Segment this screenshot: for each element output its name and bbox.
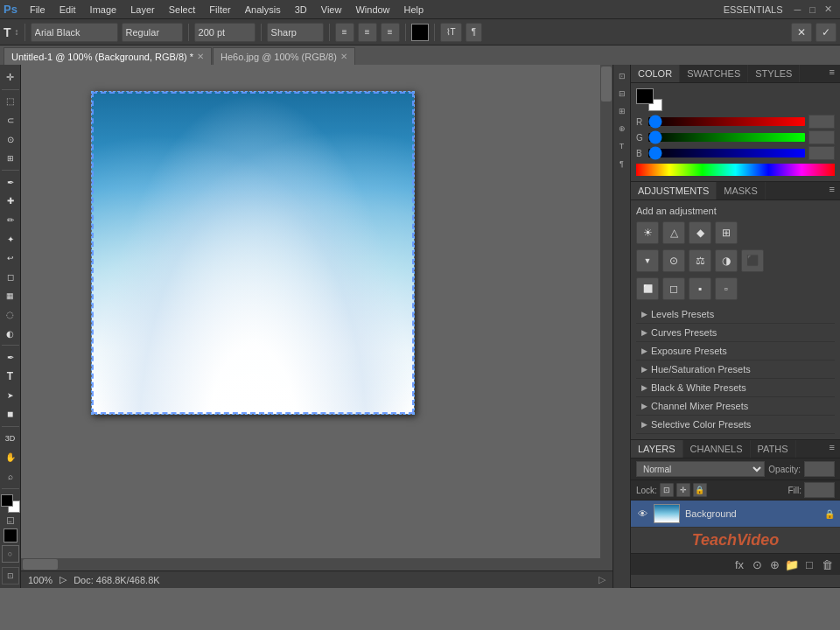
right-mini-btn-1[interactable]: ⊡	[614, 68, 630, 84]
align-center-btn[interactable]: ≡	[358, 23, 377, 42]
exposure-btn[interactable]: ⊞	[715, 221, 738, 244]
posterize-btn[interactable]: ▪	[689, 277, 711, 300]
menu-view[interactable]: View	[314, 0, 349, 19]
dodge-btn[interactable]: ◐	[1, 325, 20, 343]
zoom-btn[interactable]: ⌕	[1, 467, 20, 486]
add-mask-btn[interactable]: ⊙	[749, 556, 765, 572]
tab-adjustments[interactable]: ADJUSTMENTS	[631, 182, 717, 200]
menu-select[interactable]: Select	[162, 0, 203, 19]
preset-channel[interactable]: ▶ Channel Mixer Presets	[636, 397, 835, 416]
preset-huesat[interactable]: ▶ Hue/Saturation Presets	[636, 360, 835, 379]
g-slider[interactable]	[648, 133, 805, 142]
b-value[interactable]: 0	[808, 146, 835, 160]
new-group-btn[interactable]: 📁	[784, 556, 800, 572]
layers-panel-menu[interactable]: ≡	[824, 440, 840, 458]
tab-untitled[interactable]: Untitled-1 @ 100% (Background, RGB/8) * …	[4, 47, 212, 65]
menu-edit[interactable]: Edit	[52, 0, 83, 19]
warp-text-btn[interactable]: ⌇T	[440, 23, 462, 42]
layer-visibility-eye[interactable]: 👁	[636, 508, 648, 520]
workspace-selector[interactable]: ESSENTIALS	[717, 4, 790, 15]
channel-mixer-btn[interactable]: ⬜	[636, 277, 659, 300]
anti-alias-select[interactable]: Sharp	[267, 23, 324, 42]
confirm-type-btn[interactable]: ✓	[816, 23, 836, 42]
levels-btn[interactable]: △	[662, 221, 685, 244]
align-left-btn[interactable]: ≡	[335, 23, 354, 42]
window-minimize[interactable]: ─	[790, 4, 806, 15]
tab-masks[interactable]: MASKS	[717, 182, 766, 200]
menu-filter[interactable]: Filter	[202, 0, 237, 19]
canvas-image[interactable]	[91, 91, 415, 415]
font-size-select[interactable]: 200 pt	[194, 23, 256, 42]
type-orient-btn[interactable]: ↕	[15, 27, 19, 37]
right-mini-btn-6[interactable]: ¶	[614, 156, 630, 172]
tab-he6o[interactable]: He6o.jpg @ 100% (RGB/8) ✕	[213, 47, 355, 65]
fg-swatch-large[interactable]	[636, 88, 654, 104]
window-restore[interactable]: □	[805, 4, 820, 15]
tab-channels[interactable]: CHANNELS	[683, 440, 751, 458]
menu-3d[interactable]: 3D	[288, 0, 314, 19]
path-selection-btn[interactable]: ➤	[1, 387, 20, 405]
quick-mask-btn[interactable]: ○	[2, 545, 19, 563]
tab-styles[interactable]: STYLES	[748, 65, 800, 82]
align-right-btn[interactable]: ≡	[381, 23, 400, 42]
photo-filter-btn[interactable]: ⬛	[741, 249, 764, 272]
move-tool-btn[interactable]: ✛	[1, 68, 20, 87]
gradient-btn[interactable]: ▦	[1, 287, 20, 305]
right-mini-btn-2[interactable]: ⊟	[614, 86, 630, 102]
tab-untitled-close[interactable]: ✕	[197, 52, 204, 61]
new-layer-btn[interactable]: □	[802, 556, 817, 572]
font-family-select[interactable]: Arial Black	[31, 23, 118, 42]
text-color-swatch[interactable]	[411, 24, 429, 41]
tab-color[interactable]: COLOR	[631, 65, 680, 82]
g-value[interactable]: 0	[808, 130, 835, 144]
preset-exposure[interactable]: ▶ Exposure Presets	[636, 342, 835, 360]
quick-selection-btn[interactable]: ⊙	[1, 130, 20, 149]
opacity-value[interactable]: 100%	[804, 461, 835, 477]
tab-swatches[interactable]: SWATCHES	[680, 65, 748, 82]
menu-file[interactable]: File	[23, 0, 52, 19]
menu-analysis[interactable]: Analysis	[238, 0, 288, 19]
menu-window[interactable]: Window	[348, 0, 396, 19]
lasso-tool-btn[interactable]: ⊂	[1, 111, 20, 130]
lock-position-btn[interactable]: ✛	[676, 483, 690, 497]
color-panel-menu[interactable]: ≡	[824, 65, 840, 82]
b-slider[interactable]	[648, 149, 805, 158]
brush-btn[interactable]: ✏	[1, 211, 20, 229]
scroll-right-btn[interactable]: ▷	[598, 574, 606, 585]
screen-mode-btn[interactable]: ⊡	[2, 567, 19, 584]
r-slider[interactable]	[648, 117, 805, 126]
color-spectrum-bar[interactable]	[636, 164, 835, 176]
eyedropper-btn[interactable]: ✒	[1, 173, 20, 192]
pen-btn[interactable]: ✒	[1, 348, 20, 367]
blur-btn[interactable]: ◌	[1, 305, 20, 324]
right-mini-btn-5[interactable]: T	[614, 138, 630, 154]
delete-layer-btn[interactable]: 🗑	[819, 556, 835, 572]
tab-paths[interactable]: PATHS	[751, 440, 796, 458]
add-style-btn[interactable]: fx	[732, 556, 747, 572]
layer-row-background[interactable]: 👁 Background 🔒	[631, 500, 840, 528]
invert-btn[interactable]: ◻	[662, 277, 685, 300]
foreground-color[interactable]	[1, 494, 13, 507]
zoom-icon[interactable]: ▷	[60, 574, 66, 585]
vibrance-btn[interactable]: ▼	[636, 249, 659, 272]
tab-he6o-close[interactable]: ✕	[340, 52, 347, 61]
right-mini-btn-4[interactable]: ⊕	[614, 121, 630, 136]
r-value[interactable]: 0	[808, 115, 835, 129]
blend-mode-select[interactable]: Normal	[636, 461, 765, 477]
crop-tool-btn[interactable]: ⊞	[1, 149, 20, 167]
menu-help[interactable]: Help	[397, 0, 431, 19]
standard-mode-btn[interactable]	[4, 528, 18, 542]
character-panel-btn[interactable]: ¶	[466, 23, 482, 42]
adj-panel-menu[interactable]: ≡	[824, 182, 840, 200]
spot-healing-btn[interactable]: ✚	[1, 192, 20, 211]
curves-btn[interactable]: ◆	[689, 221, 711, 244]
h-scrollbar-thumb[interactable]	[23, 559, 58, 570]
tab-layers[interactable]: LAYERS	[631, 440, 683, 458]
3d-btn[interactable]: 3D	[1, 430, 20, 448]
history-brush-btn[interactable]: ↩	[1, 248, 20, 267]
preset-levels[interactable]: ▶ Levels Presets	[636, 305, 835, 324]
canvas-scrollbar-h[interactable]	[21, 558, 600, 570]
shape-btn[interactable]: ◼	[1, 405, 20, 424]
eraser-btn[interactable]: ◻	[1, 268, 20, 286]
preset-selective[interactable]: ▶ Selective Color Presets	[636, 416, 835, 434]
